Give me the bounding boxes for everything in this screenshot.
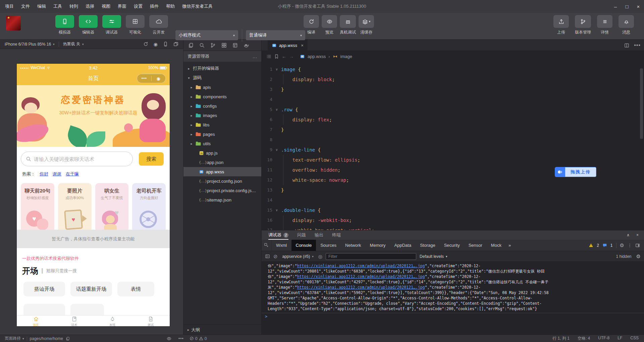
bookmark-icon[interactable]: [274, 54, 279, 59]
view-button-grid[interactable]: 可视化: [126, 15, 145, 35]
menu-item[interactable]: 插件: [146, 0, 162, 13]
fold-icon[interactable]: ∨: [272, 105, 281, 115]
fold-icon[interactable]: ∨: [272, 205, 281, 215]
devtools-tab-sources[interactable]: Sources: [316, 240, 341, 251]
action-refresh[interactable]: 编译: [304, 15, 319, 35]
tab-overflow-icon[interactable]: »: [506, 243, 514, 248]
fold-icon[interactable]: ∨: [272, 64, 281, 74]
console-settings-gear-icon[interactable]: ⚙: [636, 253, 641, 260]
devtools-tab-mock[interactable]: Mock: [487, 240, 506, 251]
view-button-cloud[interactable]: 云开发: [149, 15, 168, 35]
tree-section-[interactable]: ▸打开的编辑器: [183, 64, 261, 73]
devtools-tab-sensor[interactable]: Sensor: [464, 240, 487, 251]
editor-scrollbar[interactable]: [640, 68, 643, 139]
kebab-menu-icon[interactable]: ⋮: [628, 243, 632, 248]
debugger-tab-输出[interactable]: 输出: [315, 230, 323, 240]
record-icon[interactable]: ◉: [154, 42, 158, 47]
menu-item[interactable]: 工具: [50, 0, 66, 13]
action-bug[interactable]: 真机调试: [340, 15, 356, 35]
console-filter-input[interactable]: [326, 253, 416, 260]
debugger-tab-问题[interactable]: 问题: [297, 230, 306, 240]
fold-icon[interactable]: ∨: [272, 145, 281, 155]
console-sidebar-icon[interactable]: [265, 254, 270, 259]
problems-summary[interactable]: 0 0: [190, 336, 207, 341]
split-editor-icon[interactable]: [624, 43, 629, 48]
devtools-tab-network[interactable]: Network: [341, 240, 366, 251]
menu-item[interactable]: 项目: [1, 0, 17, 13]
breadcrumb-node[interactable]: image: [340, 54, 352, 59]
action-menulines[interactable]: 详情: [597, 15, 612, 35]
clipped-topic-button[interactable]: [23, 304, 65, 315]
devtools-tab-console[interactable]: Console: [291, 240, 316, 251]
refresh-simulator-icon[interactable]: [143, 42, 148, 47]
editor-more-icon[interactable]: •••: [634, 42, 641, 48]
close-button[interactable]: ×: [633, 0, 644, 13]
clear-console-icon[interactable]: ⊘: [273, 253, 278, 260]
statusbar-item[interactable]: LF: [618, 336, 622, 341]
menu-item[interactable]: 选择: [82, 0, 98, 13]
phone-tab-page[interactable]: 测试: [131, 316, 170, 326]
capsule-button[interactable]: ••• ◉: [137, 74, 166, 83]
forward-icon[interactable]: →: [289, 54, 294, 59]
tree-item-utils[interactable]: ▸utils: [183, 139, 261, 148]
devtools-tab-storage[interactable]: Storage: [416, 240, 440, 251]
console-output[interactable]: 你","image":"https://xinlianai.app1212.co…: [262, 262, 644, 313]
devtools-tab-memory[interactable]: Memory: [366, 240, 390, 251]
menu-item[interactable]: 转到: [66, 0, 82, 13]
more-icon[interactable]: •••: [137, 77, 151, 80]
hot-search-link[interactable]: 在干嘛: [66, 171, 79, 177]
device-frame-icon[interactable]: [163, 42, 168, 47]
settings-gear-icon[interactable]: ⚙: [620, 242, 624, 248]
tree-item-sitemap.json[interactable]: {..}sitemap.json: [183, 195, 261, 205]
tree-section-[interactable]: ▾源码: [183, 73, 261, 82]
more-actions-icon[interactable]: ...: [253, 54, 257, 59]
mode-select[interactable]: 小程序模式 ▾: [175, 30, 238, 40]
action-upload[interactable]: 上传: [553, 15, 569, 35]
tree-item-app.js[interactable]: JSapp.js: [183, 148, 261, 158]
code-editor[interactable]: 1∨image {2 display: block;3}45∨.row {6 d…: [262, 62, 644, 230]
tree-item-components[interactable]: ▸components: [183, 92, 261, 101]
console-link[interactable]: https://xinlianai.app1212.com/admin/uplo…: [297, 264, 425, 268]
tree-item-app.json[interactable]: {..}app.json: [183, 158, 261, 167]
dock-side-icon[interactable]: [635, 243, 640, 248]
phone-tab-home[interactable]: 首页: [17, 316, 55, 326]
action-eye[interactable]: 预览: [322, 15, 337, 35]
hot-search-link[interactable]: 谢谢: [53, 171, 61, 177]
hot-search-link[interactable]: 你好: [40, 171, 48, 177]
statusbar-item[interactable]: 空格: 4: [578, 336, 590, 341]
editor-layout-icon[interactable]: [232, 43, 238, 48]
menu-item[interactable]: 文件: [17, 0, 34, 13]
close-panel-icon[interactable]: ×: [636, 233, 639, 237]
info-message-icon[interactable]: [602, 243, 607, 247]
category-card[interactable]: 要照片成功率90%♥: [58, 183, 92, 232]
devtools-tab-security[interactable]: Security: [440, 240, 464, 251]
devtools-tab-wxml[interactable]: Wxml: [272, 240, 291, 251]
statusbar-more-icon[interactable]: •••: [178, 336, 184, 341]
view-button-sliders[interactable]: 调试器: [102, 15, 121, 35]
devtools-tab-appdata[interactable]: AppData: [390, 240, 416, 251]
breadcrumb-file[interactable]: app.wxss: [308, 54, 326, 59]
minimize-button[interactable]: –: [610, 0, 621, 13]
tree-item-app.wxss[interactable]: app.wxss: [183, 167, 261, 176]
copy-path-icon[interactable]: [66, 337, 70, 341]
eye-icon[interactable]: [167, 336, 171, 341]
extensions-grid-icon[interactable]: [221, 43, 227, 48]
hot-reload-toggle[interactable]: 热重载 关: [63, 41, 80, 47]
console-link[interactable]: https://xinlianai.app1212.com/admin/uplo…: [297, 285, 425, 290]
category-card[interactable]: 老司机开车方向盘握好: [132, 183, 166, 232]
outline-section[interactable]: ▸ 大纲: [183, 325, 261, 335]
action-branch[interactable]: 版本管理: [575, 15, 591, 35]
tree-item-libs[interactable]: ▸libs: [183, 120, 261, 129]
tab-app-wxss[interactable]: app.wxss ×: [268, 40, 308, 51]
topic-button[interactable]: 话题重新开场: [70, 282, 112, 296]
menu-item[interactable]: 界面: [114, 0, 130, 13]
topic-button[interactable]: 表情: [117, 282, 154, 296]
view-button-phone[interactable]: 模拟器: [55, 15, 74, 35]
tree-item-apis[interactable]: ▸apis: [183, 82, 261, 92]
menu-item[interactable]: 视图: [98, 0, 114, 13]
tree-item-configs[interactable]: ▸configs: [183, 101, 261, 111]
maximize-button[interactable]: □: [621, 0, 633, 13]
page-path-select[interactable]: 页面路径 ▾: [5, 336, 24, 341]
promo-banner[interactable]: 恋爱密语神器 30W+撩妹话术一键复制解决尬聊话题: [17, 85, 170, 147]
console-link[interactable]: https://xinlianai.app1212.com/admin/uplo…: [297, 274, 425, 279]
